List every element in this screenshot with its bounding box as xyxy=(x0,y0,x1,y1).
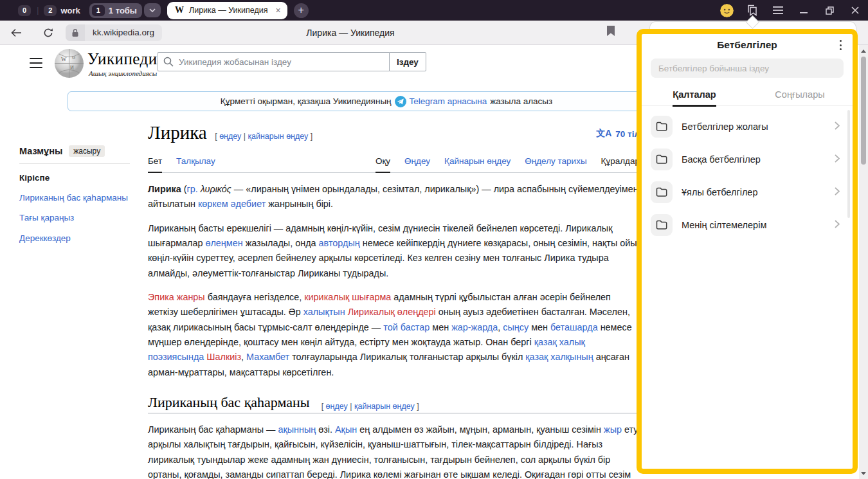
article-content: Лирика [ өңдеу | қайнарын өңдеу ] 文А 70 … xyxy=(148,122,640,479)
table-of-contents: Мазмұны жасыру Кіріспе Лириканың бас қаһ… xyxy=(19,145,130,244)
back-arrow-icon xyxy=(11,28,22,37)
restore-icon xyxy=(826,6,834,15)
tab-bar: 0 | 2 work 1 1 тобы W Лирика — Уикипедия… xyxy=(0,0,868,21)
group-label: 1 тобы xyxy=(109,6,137,15)
svg-text:И: И xyxy=(70,65,74,71)
new-tab-button[interactable]: + xyxy=(294,3,309,18)
article-paragraph-1: Лирика (гр. λυρικός — «лираның үнімен ор… xyxy=(148,182,640,212)
tab-close-icon[interactable]: × xyxy=(276,5,281,15)
group-dropdown-button[interactable] xyxy=(144,3,161,17)
banner-text-before: Құрметті оқырман, қазақша Уикипедияның xyxy=(221,96,392,106)
scroll-down-arrow-icon[interactable] xyxy=(859,469,868,478)
wiki-wordmark[interactable]: УикипедиЯ xyxy=(87,50,168,68)
panel-tab-folders[interactable]: Қалталар xyxy=(642,83,747,105)
bookmarks-panel: Бетбелгілер Қалталар Соңғылары Бетбелгіл… xyxy=(637,29,858,474)
bookmarks-collections-icon xyxy=(746,5,759,16)
panel-scrollbar[interactable] xyxy=(847,110,850,218)
profile-avatar[interactable] xyxy=(714,0,739,21)
chevron-down-icon xyxy=(149,8,156,12)
folder-icon xyxy=(651,116,673,138)
site-security-button[interactable] xyxy=(66,24,85,41)
url-field[interactable]: kk.wikipedia.org xyxy=(85,24,162,41)
chevron-right-icon xyxy=(835,219,840,231)
hamburger-menu-icon xyxy=(773,6,783,14)
tab-tools[interactable]: Құралдар xyxy=(601,152,640,172)
section-heading: Лириканың бас қаһарманы xyxy=(148,394,310,411)
reload-button[interactable] xyxy=(36,23,60,42)
tab-history[interactable]: Өңделу тарихы xyxy=(525,152,586,172)
group-count-badge: 1 xyxy=(92,5,105,16)
panel-menu-button[interactable] xyxy=(836,40,845,50)
panel-tabs: Қалталар Соңғылары xyxy=(642,83,853,106)
svg-text:Ω: Ω xyxy=(72,55,75,60)
chevron-right-icon xyxy=(835,121,840,132)
lock-icon xyxy=(71,28,79,37)
article-paragraph-2: Лириканың басты ерекшелігі — адамның көң… xyxy=(148,221,640,281)
toc-heading: Мазмұны xyxy=(19,146,62,156)
wikipedia-favicon: W xyxy=(175,5,184,15)
scroll-up-arrow-icon[interactable] xyxy=(859,46,868,55)
wiki-search-input[interactable] xyxy=(158,52,389,71)
article-paragraph-3: Эпика жанры баяндауға негізделсе, кирика… xyxy=(148,290,640,380)
window-close-button[interactable] xyxy=(842,0,868,21)
tab-read[interactable]: Оқу xyxy=(375,152,390,173)
language-switcher[interactable]: 文А 70 тіл xyxy=(596,128,640,143)
back-button[interactable] xyxy=(4,23,28,42)
article-title: Лирика xyxy=(148,122,207,143)
folder-row-mobile-bookmarks[interactable]: Ұялы бетбелгілер xyxy=(651,176,849,208)
close-icon xyxy=(851,6,859,14)
bookmark-page-button[interactable] xyxy=(607,26,615,39)
browser-window: 0 | 2 work 1 1 тобы W Лирика — Уикипедия… xyxy=(0,0,868,479)
panel-tab-recent[interactable]: Соңғылары xyxy=(747,83,853,105)
toc-item-hero[interactable]: Лириканың бас қаһарманы xyxy=(19,192,130,204)
tab-counter-badge[interactable]: 0 xyxy=(18,5,31,16)
tab-page[interactable]: Бет xyxy=(148,152,162,173)
window-restore-button[interactable] xyxy=(817,0,842,21)
telegram-link[interactable]: Telegram арнасына xyxy=(410,96,487,106)
bookmarks-search-input[interactable] xyxy=(651,59,844,78)
toc-item-intro[interactable]: Кіріспе xyxy=(19,172,130,184)
wikipedia-globe-icon: W И Ω xyxy=(54,48,84,78)
wiki-search: Іздеу xyxy=(158,52,426,71)
folder-icon xyxy=(651,181,673,203)
active-tab-group[interactable]: 1 1 тобы xyxy=(89,3,142,18)
scrollbar-thumb[interactable] xyxy=(861,57,866,165)
minimize-icon xyxy=(800,6,808,14)
banner-text-after: жазыла аласыз xyxy=(490,96,552,106)
article-tabs: Бет Талқылау Оқу Өңдеу Қайнарын өңдеу Өң… xyxy=(148,152,640,173)
search-icon xyxy=(163,57,174,69)
tab-edit-source[interactable]: Қайнарын өңдеу xyxy=(444,152,511,172)
work-group-label[interactable]: work xyxy=(60,6,80,15)
sitenotice-banner: Құрметті оқырман, қазақша Уикипедияның T… xyxy=(68,91,705,111)
wiki-menu-button[interactable] xyxy=(30,58,42,68)
chevron-right-icon xyxy=(835,186,840,198)
folder-icon xyxy=(651,214,673,236)
window-minimize-button[interactable] xyxy=(791,0,817,21)
tab-title: Лирика — Уикипедия xyxy=(189,6,268,15)
bookmark-flag-icon xyxy=(607,26,615,36)
wikipedia-logo[interactable]: W И Ω xyxy=(54,48,84,81)
tab-edit[interactable]: Өңдеу xyxy=(404,152,430,172)
reload-icon xyxy=(43,28,53,38)
section-edit-links[interactable]: [ өңдеу | қайнарын өңдеу ] xyxy=(321,402,419,411)
folder-row-my-links[interactable]: Менің сілтемелерім xyxy=(651,208,849,241)
browser-menu-button[interactable] xyxy=(765,0,791,21)
work-group-count-badge[interactable]: 2 xyxy=(44,5,57,16)
tab-talk[interactable]: Талқылау xyxy=(176,152,215,172)
page-scrollbar[interactable] xyxy=(859,45,868,479)
chevron-right-icon xyxy=(835,154,840,165)
folder-icon xyxy=(651,149,673,170)
language-icon: 文А xyxy=(596,128,611,140)
toc-item-sources[interactable]: Дереккөздер xyxy=(19,233,130,244)
svg-text:W: W xyxy=(61,56,67,62)
toc-item-seealso[interactable]: Тағы қараңыз xyxy=(19,212,130,224)
browser-tab-active[interactable]: W Лирика — Уикипедия × xyxy=(167,2,287,19)
telegram-icon xyxy=(395,96,406,107)
tabbar-divider: | xyxy=(37,6,39,15)
wiki-search-button[interactable]: Іздеу xyxy=(389,52,426,71)
folder-list: Бетбелгілер жолағы Басқа бетбелгілер Ұял xyxy=(642,106,853,241)
toc-hide-button[interactable]: жасыру xyxy=(69,145,105,157)
folder-row-other-bookmarks[interactable]: Басқа бетбелгілер xyxy=(651,143,849,176)
title-edit-links[interactable]: [ өңдеу | қайнарын өңдеу ] xyxy=(215,132,312,141)
folder-row-bookmarks-bar[interactable]: Бетбелгілер жолағы xyxy=(651,110,849,143)
